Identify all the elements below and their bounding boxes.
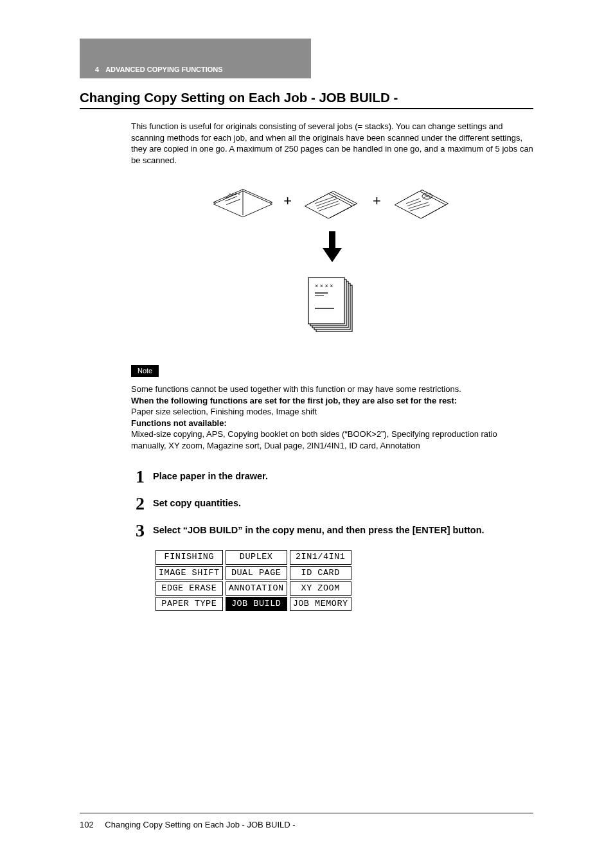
step-3: 3 Select “JOB BUILD” in the copy menu, a… [131, 522, 533, 540]
note-set-for-rest-heading: When the following functions are set for… [131, 396, 457, 405]
menu-item-duplex[interactable]: DUPLEX [226, 550, 287, 564]
chapter-title: ADVANCED COPYING FUNCTIONS [105, 66, 223, 73]
note-label: Note [131, 365, 159, 377]
step-1: 1 Place paper in the drawer. [131, 468, 533, 486]
menu-item-paper-type[interactable]: PAPER TYPE [155, 597, 223, 611]
steps-list: 1 Place paper in the drawer. 2 Set copy … [131, 468, 533, 612]
menu-row: PAPER TYPE JOB BUILD JOB MEMORY [155, 597, 351, 611]
menu-item-image-shift[interactable]: IMAGE SHIFT [155, 566, 223, 580]
menu-item-finishing[interactable]: FINISHING [155, 550, 223, 564]
step-number: 3 [131, 522, 149, 540]
svg-rect-22 [329, 231, 335, 248]
page-footer: 102 Changing Copy Setting on Each Job - … [80, 813, 533, 829]
body-block: This function is useful for originals co… [131, 121, 533, 612]
menu-item-job-build[interactable]: JOB BUILD [226, 597, 287, 611]
source-stack-sheets-icon [297, 182, 368, 220]
flow-arrow-icon [323, 231, 342, 262]
plus-separator-1: + [283, 191, 292, 211]
menu-item-id-card[interactable]: ID CARD [290, 566, 351, 580]
menu-item-xy-zoom[interactable]: XY ZOOM [290, 581, 351, 596]
plus-separator-2: + [373, 191, 381, 211]
note-not-available-list: Mixed-size copying, APS, Copying booklet… [131, 429, 497, 450]
copy-menu-grid: FINISHING DUPLEX 2IN1/4IN1 IMAGE SHIFT D… [153, 549, 354, 612]
step-number: 2 [131, 495, 149, 513]
step-number: 1 [131, 468, 149, 486]
note-restrictions-text: Some functions cannot be used together w… [131, 384, 461, 394]
menu-item-job-memory[interactable]: JOB MEMORY [290, 597, 351, 611]
note-body: Some functions cannot be used together w… [131, 384, 533, 451]
job-build-flow-diagram: × × × × + + [131, 182, 533, 350]
svg-text:× × × ×: × × × × [315, 283, 333, 289]
menu-item-annotation[interactable]: ANNOTATION [226, 581, 287, 596]
menu-row: FINISHING DUPLEX 2IN1/4IN1 [155, 550, 351, 564]
source-documents-row: × × × × + + [208, 182, 457, 220]
page-number: 102 [80, 820, 94, 829]
step-text: Place paper in the drawer. [153, 468, 268, 483]
running-title: Changing Copy Setting on Each Job - JOB … [105, 820, 295, 829]
svg-text:× × × ×: × × × × [229, 192, 240, 196]
menu-item-edge-erase[interactable]: EDGE ERASE [155, 581, 223, 596]
source-stack-image-icon [386, 182, 457, 220]
output-stack-icon: × × × × [305, 274, 360, 338]
chapter-header-bar: 4 ADVANCED COPYING FUNCTIONS [80, 39, 311, 78]
intro-paragraph: This function is useful for originals co… [131, 121, 533, 166]
menu-item-dual-page[interactable]: DUAL PAGE [226, 566, 287, 580]
step-2: 2 Set copy quantities. [131, 495, 533, 513]
chapter-number: 4 [95, 66, 99, 73]
menu-row: EDGE ERASE ANNOTATION XY ZOOM [155, 581, 351, 596]
page-heading: Changing Copy Setting on Each Job - JOB … [80, 90, 533, 109]
svg-marker-23 [323, 248, 342, 262]
step-text: Set copy quantities. [153, 495, 241, 510]
note-not-available-heading: Functions not available: [131, 418, 227, 428]
source-stack-book-icon: × × × × [208, 182, 278, 220]
step-text: Select “JOB BUILD” in the copy menu, and… [153, 522, 484, 537]
menu-row: IMAGE SHIFT DUAL PAGE ID CARD [155, 566, 351, 580]
menu-item-2in1-4in1[interactable]: 2IN1/4IN1 [290, 550, 351, 564]
note-set-for-rest-list: Paper size selection, Finishing modes, I… [131, 407, 317, 416]
page-container: 4 ADVANCED COPYING FUNCTIONS Changing Co… [0, 0, 613, 868]
